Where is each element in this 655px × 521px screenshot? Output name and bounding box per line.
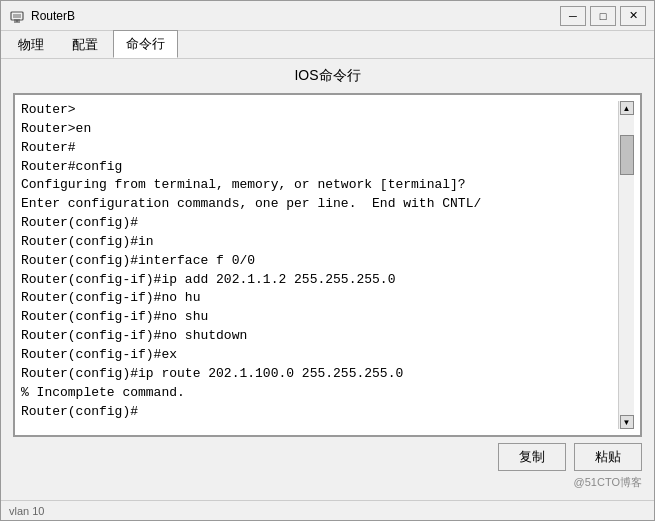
window-controls: ─ □ ✕ <box>560 6 646 26</box>
tab-physics[interactable]: 物理 <box>5 31 57 58</box>
menu-bar: 物理 配置 命令行 <box>1 31 654 59</box>
paste-button[interactable]: 粘贴 <box>574 443 642 471</box>
close-button[interactable]: ✕ <box>620 6 646 26</box>
minimize-button[interactable]: ─ <box>560 6 586 26</box>
scrollbar[interactable]: ▲ ▼ <box>618 101 634 429</box>
maximize-button[interactable]: □ <box>590 6 616 26</box>
section-title: IOS命令行 <box>13 67 642 85</box>
terminal-container: Router> Router>en Router# Router#config … <box>13 93 642 437</box>
button-bar: 复制 粘贴 <box>13 437 642 475</box>
scroll-down-arrow[interactable]: ▼ <box>620 415 634 429</box>
copy-button[interactable]: 复制 <box>498 443 566 471</box>
svg-rect-1 <box>13 14 21 18</box>
content-area: IOS命令行 Router> Router>en Router# Router#… <box>1 59 654 500</box>
tab-config[interactable]: 配置 <box>59 31 111 58</box>
status-text: vlan 10 <box>9 505 44 517</box>
window-icon <box>9 8 25 24</box>
status-bar: vlan 10 <box>1 500 654 520</box>
window-title: RouterB <box>31 9 560 23</box>
tab-cli[interactable]: 命令行 <box>113 30 178 58</box>
terminal-output[interactable]: Router> Router>en Router# Router#config … <box>21 101 618 429</box>
watermark: @51CTO博客 <box>13 475 642 492</box>
title-bar: RouterB ─ □ ✕ <box>1 1 654 31</box>
scrollbar-thumb[interactable] <box>620 135 634 175</box>
scroll-up-arrow[interactable]: ▲ <box>620 101 634 115</box>
main-window: RouterB ─ □ ✕ 物理 配置 命令行 IOS命令行 Router> R… <box>0 0 655 521</box>
